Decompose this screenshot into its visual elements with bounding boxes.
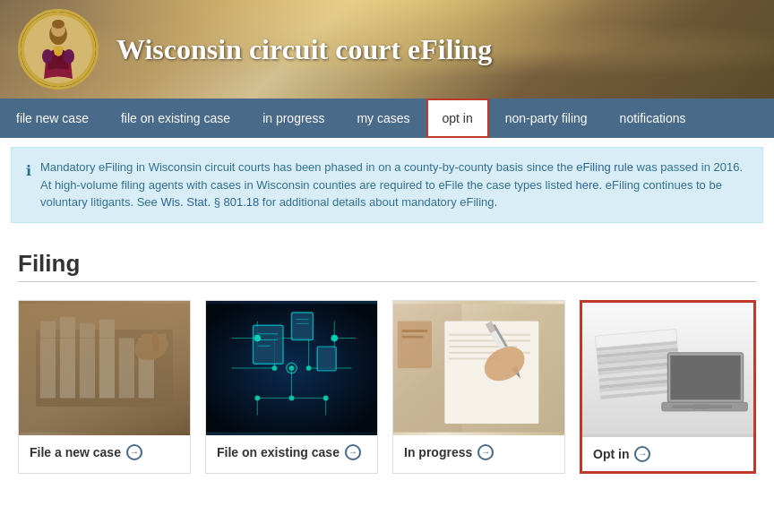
nav-notifications[interactable]: notifications	[604, 99, 702, 138]
svg-rect-71	[402, 335, 424, 338]
file-existing-case-arrow: →	[345, 444, 361, 460]
in-progress-card[interactable]: In progress →	[392, 300, 565, 474]
opt-in-label: Opt in →	[582, 437, 753, 471]
nav-in-progress[interactable]: in progress	[246, 99, 340, 138]
file-new-case-arrow: →	[126, 444, 142, 460]
statute-link[interactable]: Wis. Stat. § 801.18	[160, 195, 259, 209]
svg-point-40	[306, 365, 312, 371]
svg-rect-18	[119, 338, 134, 398]
svg-rect-8	[19, 304, 190, 432]
site-logo	[18, 9, 99, 90]
svg-rect-45	[254, 325, 283, 364]
svg-point-20	[131, 329, 172, 365]
svg-point-54	[331, 334, 338, 341]
file-new-case-card[interactable]: File a new case →	[18, 300, 191, 474]
svg-rect-15	[60, 338, 75, 398]
svg-rect-14	[40, 338, 56, 398]
filing-title: Filing	[18, 250, 756, 278]
svg-rect-13	[99, 319, 115, 338]
in-progress-arrow: →	[477, 444, 494, 460]
here-link[interactable]: here	[576, 178, 599, 192]
svg-rect-69	[398, 321, 432, 368]
opt-in-arrow: →	[634, 446, 650, 462]
info-icon: ℹ	[26, 160, 31, 182]
site-header: Wisconsin circuit court eFiling	[0, 0, 774, 99]
efiling-rule-link[interactable]: eFiling rule	[576, 160, 633, 174]
nav-my-cases[interactable]: my cases	[340, 99, 426, 138]
svg-point-39	[272, 365, 278, 371]
nav-opt-in[interactable]: opt in	[426, 99, 489, 138]
svg-rect-17	[99, 338, 115, 398]
opt-in-image	[582, 303, 753, 437]
svg-rect-16	[80, 338, 95, 398]
svg-rect-52	[317, 347, 336, 371]
svg-rect-70	[402, 330, 428, 332]
svg-rect-49	[292, 312, 314, 339]
main-nav: file new case file on existing case in p…	[0, 99, 774, 138]
info-banner: ℹ Mandatory eFiling in Wisconsin circuit…	[11, 147, 763, 223]
svg-rect-91	[670, 355, 740, 399]
svg-rect-7	[19, 304, 190, 432]
svg-rect-94	[693, 404, 709, 409]
in-progress-image	[393, 301, 564, 435]
svg-rect-60	[449, 339, 530, 341]
in-progress-label: In progress →	[393, 435, 564, 469]
svg-rect-11	[60, 316, 75, 338]
nav-file-existing-case[interactable]: file on existing case	[105, 99, 246, 138]
file-new-case-image	[19, 301, 190, 435]
filing-section: Filing	[0, 232, 774, 492]
opt-in-card[interactable]: Opt in →	[580, 300, 756, 474]
filing-divider	[18, 281, 756, 282]
svg-point-42	[289, 395, 295, 400]
svg-point-4	[52, 20, 64, 29]
svg-point-44	[323, 395, 329, 400]
file-existing-case-image	[206, 301, 377, 435]
svg-rect-19	[139, 338, 154, 398]
svg-point-53	[254, 334, 261, 341]
nav-non-party-filing[interactable]: non-party filing	[489, 99, 604, 138]
site-title: Wisconsin circuit court eFiling	[116, 33, 492, 66]
svg-rect-23	[159, 332, 167, 352]
svg-rect-21	[142, 333, 151, 353]
file-existing-case-label: File on existing case →	[206, 435, 377, 469]
file-new-case-label: File a new case →	[19, 435, 190, 469]
info-text: Mandatory eFiling in Wisconsin circuit c…	[40, 159, 748, 211]
file-existing-case-card[interactable]: File on existing case →	[205, 300, 378, 474]
svg-point-6	[64, 49, 74, 64]
svg-rect-10	[40, 321, 56, 338]
svg-point-41	[289, 365, 295, 371]
svg-rect-12	[80, 322, 95, 338]
svg-point-43	[254, 395, 260, 400]
svg-point-5	[42, 49, 53, 64]
cards-grid: File a new case →	[18, 300, 756, 474]
svg-rect-9	[36, 330, 173, 407]
svg-rect-59	[449, 333, 530, 335]
svg-rect-22	[151, 330, 159, 351]
nav-file-new-case[interactable]: file new case	[0, 99, 105, 138]
